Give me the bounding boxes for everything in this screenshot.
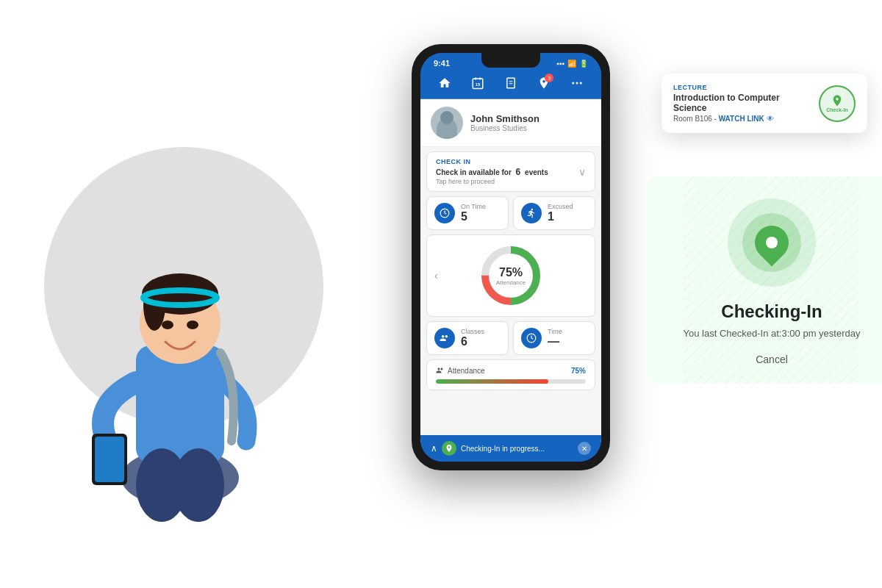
bottom-stats-row: Classes 6 Time — xyxy=(426,321,595,355)
stat-classes: Classes 6 xyxy=(426,321,509,355)
classes-icon xyxy=(434,328,455,348)
checkin-info: CHECK IN Check in available for 6 events… xyxy=(436,158,548,185)
nav-home[interactable] xyxy=(438,76,451,93)
lecture-title: Introduction to Computer Science xyxy=(673,93,810,113)
svg-rect-9 xyxy=(95,437,124,482)
checkin-prefix: Check in available for xyxy=(436,168,512,176)
svg-point-19 xyxy=(576,82,578,85)
svg-text:15: 15 xyxy=(475,82,480,87)
bottom-status-bar[interactable]: ∧ Checking-In in progress... ✕ xyxy=(420,435,601,462)
checkin-count: 6 xyxy=(516,167,521,177)
stat-excused: Excused 1 xyxy=(513,196,595,230)
checkin-button-label: Check-In xyxy=(826,107,848,112)
excused-data: Excused 1 xyxy=(548,203,573,223)
time-data: Time — xyxy=(548,328,562,348)
checkin-circle-button[interactable]: Check-In xyxy=(819,85,856,122)
classes-label: Classes xyxy=(461,328,484,335)
classes-data: Classes 6 xyxy=(461,328,484,348)
donut-center: 75% Attendance xyxy=(496,266,526,286)
phone-screen: 9:41 ▪▪▪ 📶 🔋 15 xyxy=(420,53,601,462)
wifi-icon: 📶 xyxy=(567,60,576,68)
excused-icon xyxy=(521,203,542,223)
checking-in-panel: Checking-In You last Checked-In at:3:00 … xyxy=(647,176,882,384)
excused-value: 1 xyxy=(548,210,573,223)
checkin-banner[interactable]: CHECK IN Check in available for 6 events… xyxy=(426,151,595,192)
bottom-bar-left: ∧ Checking-In in progress... xyxy=(431,441,545,456)
stats-row: On Time 5 Excused 1 xyxy=(426,196,595,230)
nav-book[interactable] xyxy=(504,76,517,93)
checkin-pin-dot xyxy=(766,237,778,248)
lecture-type: LECTURE xyxy=(673,84,810,91)
battery-icon: 🔋 xyxy=(579,60,588,68)
phone-frame: 9:41 ▪▪▪ 📶 🔋 15 xyxy=(412,44,610,470)
location-badge-bottom xyxy=(442,441,456,456)
donut-percent: 75% xyxy=(496,266,526,279)
status-time: 9:41 xyxy=(434,59,450,68)
donut-label: Attendance xyxy=(496,279,526,286)
stat-time: Time — xyxy=(513,321,595,355)
watch-icon: 👁 xyxy=(767,115,774,123)
lecture-card: LECTURE Introduction to Computer Science… xyxy=(662,74,867,133)
checkin-location-icon xyxy=(831,94,844,107)
person-svg xyxy=(33,125,327,537)
classes-value: 6 xyxy=(461,335,484,348)
profile-role: Business Studies xyxy=(470,124,539,132)
svg-point-20 xyxy=(580,82,582,85)
room-text: Room B106 - xyxy=(673,115,717,123)
location-badge: 3 xyxy=(545,74,553,82)
chart-left-arrow[interactable]: ‹ xyxy=(434,270,438,282)
attendance-icon xyxy=(436,366,445,375)
phone-content: John Smithson Business Studies CHECK IN … xyxy=(420,99,601,442)
svg-point-18 xyxy=(573,82,575,85)
stat-on-time: On Time 5 xyxy=(426,196,509,230)
on-time-label: On Time xyxy=(461,203,486,210)
on-time-icon xyxy=(434,203,455,223)
nav-calendar[interactable]: 15 xyxy=(471,76,484,93)
time-stat-label: Time xyxy=(548,328,562,335)
phone-notch xyxy=(481,53,540,68)
on-time-value: 5 xyxy=(461,210,486,223)
time-icon xyxy=(521,328,542,348)
nav-bar: 15 3 xyxy=(420,71,601,99)
checkin-desc: Check in available for 6 events xyxy=(436,167,548,177)
chevron-down-icon: ∨ xyxy=(578,166,586,178)
attendance-chart: ‹ 75% Attendance xyxy=(426,234,595,317)
panel-background-pattern xyxy=(647,176,882,384)
svg-rect-27 xyxy=(684,176,860,384)
attendance-bar-section: Attendance 75% xyxy=(426,359,595,390)
profile-info: John Smithson Business Studies xyxy=(470,113,539,132)
nav-location[interactable]: 3 xyxy=(537,76,551,93)
attendance-bar-header: Attendance 75% xyxy=(436,366,586,375)
phone-device: 9:41 ▪▪▪ 📶 🔋 15 xyxy=(412,44,610,544)
profile-avatar xyxy=(431,107,463,139)
svg-point-11 xyxy=(173,448,224,522)
close-button[interactable]: ✕ xyxy=(578,442,591,455)
signal-icon: ▪▪▪ xyxy=(556,60,564,68)
checking-in-text: Checking-In in progress... xyxy=(461,445,545,453)
svg-point-7 xyxy=(187,320,198,329)
lecture-info: LECTURE Introduction to Computer Science… xyxy=(673,84,810,123)
donut-chart: 75% Attendance xyxy=(478,243,544,309)
chevron-up-icon: ∧ xyxy=(431,443,437,453)
time-stat-value: — xyxy=(548,335,562,348)
profile-name: John Smithson xyxy=(470,113,539,124)
checkin-label: CHECK IN xyxy=(436,158,548,165)
person-illustration xyxy=(15,88,345,573)
nav-menu[interactable] xyxy=(570,76,584,93)
progress-bar xyxy=(436,379,586,384)
status-icons: ▪▪▪ 📶 🔋 xyxy=(556,60,588,68)
checkin-tap: Tap here to proceed xyxy=(436,178,548,185)
profile-header: John Smithson Business Studies xyxy=(420,99,601,147)
attendance-pct: 75% xyxy=(571,367,586,375)
attendance-bar-label: Attendance xyxy=(436,366,485,375)
progress-fill xyxy=(436,379,548,384)
checkin-suffix: events xyxy=(525,168,548,176)
watch-link[interactable]: WATCH LINK xyxy=(719,115,764,123)
lecture-room: Room B106 - WATCH LINK 👁 xyxy=(673,115,810,123)
on-time-data: On Time 5 xyxy=(461,203,486,223)
attendance-text: Attendance xyxy=(448,367,485,375)
excused-label: Excused xyxy=(548,203,573,210)
svg-point-6 xyxy=(162,320,173,329)
